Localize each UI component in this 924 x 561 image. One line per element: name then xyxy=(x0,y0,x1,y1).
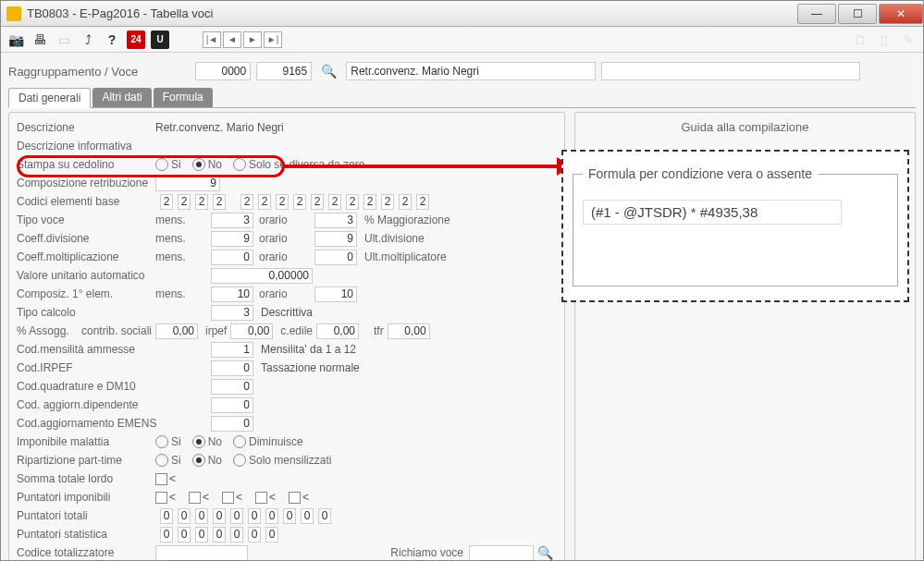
radio-rip-si[interactable] xyxy=(155,454,168,467)
lbl-tipo-calcolo: Tipo calcolo xyxy=(17,306,211,319)
ps-2[interactable] xyxy=(195,527,208,543)
cod-6[interactable] xyxy=(276,194,289,210)
valore-unit[interactable] xyxy=(211,268,313,284)
radio-stampa-si[interactable] xyxy=(155,158,168,171)
assogg-irpef[interactable] xyxy=(230,323,273,339)
radio-rip-no[interactable] xyxy=(192,454,205,467)
cod-agg-dip[interactable] xyxy=(211,397,253,413)
pt-3[interactable] xyxy=(213,508,226,524)
tipo-calcolo[interactable] xyxy=(211,305,253,321)
maximize-button[interactable]: ☐ xyxy=(838,4,877,24)
cod-9[interactable] xyxy=(328,194,341,210)
cod-5[interactable] xyxy=(258,194,271,210)
ps-1[interactable] xyxy=(178,527,191,543)
search-richiamo-icon[interactable]: 🔍 xyxy=(537,545,553,560)
richiamo-input[interactable] xyxy=(469,545,534,561)
ps-6[interactable] xyxy=(265,527,278,543)
cod-agg-emens[interactable] xyxy=(211,416,253,432)
radio-stampa-no[interactable] xyxy=(192,158,205,171)
pt-8[interactable] xyxy=(301,508,314,524)
badge-24[interactable]: 24 xyxy=(127,30,145,49)
input-composizione[interactable] xyxy=(155,176,220,191)
minimize-button[interactable]: — xyxy=(797,4,836,24)
chk-somma[interactable] xyxy=(155,473,167,485)
assogg-cedile[interactable] xyxy=(316,323,359,339)
radio-imp-si[interactable] xyxy=(155,435,168,448)
assogg-tfr[interactable] xyxy=(388,323,430,339)
cod-7[interactable] xyxy=(293,194,306,210)
cod-14[interactable] xyxy=(416,194,429,210)
help-icon[interactable]: ? xyxy=(103,30,121,49)
cod-1[interactable] xyxy=(178,194,191,210)
pt-2[interactable] xyxy=(195,508,208,524)
cod-2[interactable] xyxy=(195,194,208,210)
page-icon[interactable]: ▯ xyxy=(875,30,893,49)
ps-3[interactable] xyxy=(213,527,226,543)
tab-altri-dati[interactable]: Altri dati xyxy=(92,88,151,107)
pt-9[interactable] xyxy=(318,508,331,524)
folder-icon[interactable]: ▭ xyxy=(55,30,73,49)
ps-0[interactable] xyxy=(160,527,173,543)
pt-4[interactable] xyxy=(230,508,243,524)
camera-icon[interactable]: 📷 xyxy=(6,30,25,49)
badge-u[interactable]: U xyxy=(151,30,169,49)
nav-next-icon[interactable]: ► xyxy=(243,31,262,48)
cod-10[interactable] xyxy=(346,194,359,210)
cod-0[interactable] xyxy=(160,194,173,210)
composiz1-o[interactable] xyxy=(314,287,357,302)
coeff-div-o[interactable] xyxy=(314,231,357,247)
code1-input[interactable] xyxy=(195,62,251,80)
assogg-cs[interactable] xyxy=(155,323,198,339)
pt-0[interactable] xyxy=(160,508,173,524)
lbl-cod-agg-emens: Cod.aggiornamento EMENS xyxy=(17,417,211,430)
pt-5[interactable] xyxy=(248,508,261,524)
cod-total-input[interactable] xyxy=(155,545,248,561)
cod-3[interactable] xyxy=(213,194,226,210)
cod-4[interactable] xyxy=(240,194,253,210)
cod-11[interactable] xyxy=(363,194,376,210)
coeff-mol-m[interactable] xyxy=(211,250,253,265)
extra-input[interactable] xyxy=(601,62,860,80)
nav-last-icon[interactable]: ►| xyxy=(264,31,282,48)
pt-1[interactable] xyxy=(178,508,191,524)
radio-imp-dim[interactable] xyxy=(233,435,246,448)
cod-13[interactable] xyxy=(399,194,412,210)
code2-input[interactable] xyxy=(256,62,312,80)
lbl-punt-tot: Puntatori totali xyxy=(17,509,155,522)
doc-icon[interactable]: 🗋 xyxy=(851,30,869,49)
cod-8[interactable] xyxy=(311,194,324,210)
ps-4[interactable] xyxy=(230,527,243,543)
radio-stampa-solo[interactable] xyxy=(233,158,246,171)
search-icon[interactable]: 🔍 xyxy=(321,64,337,79)
composiz1-m[interactable] xyxy=(211,287,253,302)
tab-formula[interactable]: Formula xyxy=(154,88,213,107)
nav-prev-icon[interactable]: ◄ xyxy=(223,31,241,48)
upload-icon[interactable]: ⤴ xyxy=(79,30,97,49)
print-icon[interactable]: 🖶 xyxy=(31,30,49,49)
pt-6[interactable] xyxy=(265,508,278,524)
formula-popup: Formula per condizione vera o assente (#… xyxy=(561,150,909,302)
tipo-voce-m[interactable] xyxy=(211,213,253,228)
close-button[interactable]: ✕ xyxy=(879,4,923,24)
desc-input[interactable] xyxy=(346,62,596,80)
tipo-voce-o[interactable] xyxy=(314,213,357,228)
coeff-mol-o[interactable] xyxy=(314,250,357,265)
radio-imp-no[interactable] xyxy=(192,435,205,448)
pt-7[interactable] xyxy=(283,508,296,524)
cod-quad[interactable] xyxy=(211,379,253,395)
coeff-div-m[interactable] xyxy=(211,231,253,247)
cod-mens[interactable] xyxy=(211,342,253,358)
chk-pi-3[interactable] xyxy=(222,492,234,504)
radio-rip-solo[interactable] xyxy=(233,454,246,467)
chk-pi-2[interactable] xyxy=(189,492,201,504)
ps-5[interactable] xyxy=(248,527,261,543)
cod-12[interactable] xyxy=(381,194,394,210)
nav-first-icon[interactable]: |◄ xyxy=(203,31,221,48)
edit-icon[interactable]: ✎ xyxy=(899,30,918,49)
chk-pi-1[interactable] xyxy=(155,492,167,504)
chk-pi-4[interactable] xyxy=(255,492,267,504)
chk-pi-5[interactable] xyxy=(289,492,301,504)
lbl-imponibile: Imponibile malattia xyxy=(17,435,155,448)
cod-irpef[interactable] xyxy=(211,360,253,376)
tab-dati-generali[interactable]: Dati generali xyxy=(8,88,91,108)
